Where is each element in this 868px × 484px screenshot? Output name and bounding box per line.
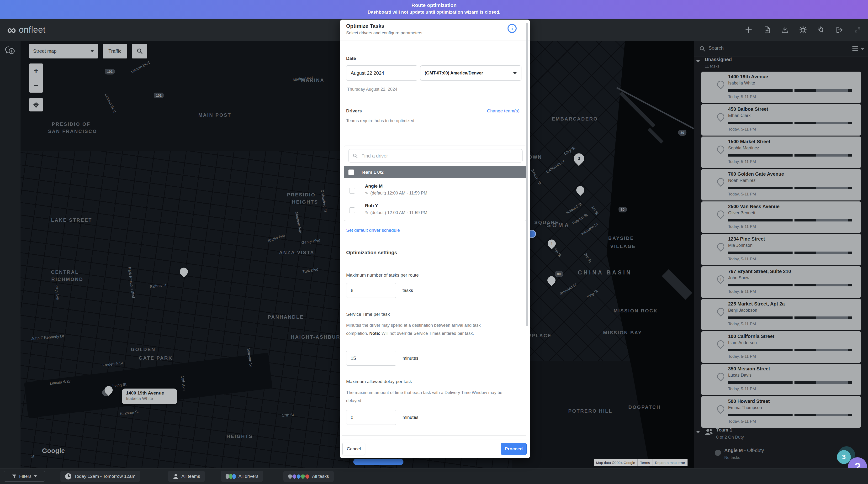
map-search-button[interactable] [132,44,147,59]
task-timeline-bar [728,317,852,319]
filter-bar: Filters Today 12am - Tomorrow 12am All t… [0,468,868,484]
task-recipient: Noah Ramirez [728,178,755,183]
banner-title: Route optimization [0,0,868,8]
task-cluster-pin[interactable]: 3 [574,153,584,164]
task-card[interactable]: 1500 Market Street Sophia Martinez Today… [701,136,861,168]
traffic-toggle-button[interactable]: Traffic [103,44,127,59]
notification-badge[interactable]: 3 [837,450,851,464]
locate-me-button[interactable] [29,98,43,111]
teams-filter[interactable]: All teams [168,471,205,482]
map-layer-select[interactable]: Street map [29,44,98,59]
task-card[interactable]: 100 California Street Liam Anderson Toda… [701,331,861,363]
task-timeline-bar [728,414,852,416]
pencil-icon[interactable]: ✎ [365,191,368,195]
list-view-icon[interactable] [852,46,858,51]
task-address: 225 Market Street, Apt 2a [728,301,785,307]
search-icon [699,45,706,52]
max-delay-input[interactable]: 0 [346,410,396,425]
map-label: VILLAGE [610,244,636,249]
team-group-row[interactable]: Team 1 0/2 [344,166,527,178]
task-card[interactable]: ↑ 767 Bryant Street, Suite 210 John Snow… [701,266,861,298]
integrations-plug-icon[interactable] [817,26,825,34]
google-logo: Google [42,447,65,455]
task-card[interactable]: 1234 Pine Street Mia Johnson Today, 5-11… [701,234,861,265]
task-card[interactable]: 450 Balboa Street Ethan Clark Today, 5-1… [701,104,861,135]
task-pin[interactable] [180,267,188,276]
map-label: PRESIDIO OF [52,122,91,127]
map-label: HEIGHTS [292,199,318,205]
task-card[interactable]: 1400 19th Avenue Isabella White Today, 5… [701,72,861,103]
footer-divider [342,435,526,435]
task-recipient: Sophia Martinez [728,146,759,151]
task-time-window: Today, 5-11 PM [728,127,756,132]
pickup-task-pin[interactable]: ↑ [548,239,556,248]
task-pin[interactable] [548,276,556,284]
task-card[interactable]: 225 Market Street, Apt 2a Benji Jacobson… [701,299,861,330]
task-card[interactable]: 500 Howard Street Emma Thompson Today, 5… [701,396,861,428]
driver-task-count: No tasks [724,455,740,460]
task-timeline-bar [728,154,852,157]
task-pin-icon [717,81,724,88]
chat-add-icon[interactable] [5,46,15,55]
pencil-icon[interactable]: ✎ [365,211,368,215]
change-teams-link[interactable]: Change team(s) [487,108,520,114]
task-pin[interactable] [576,186,584,194]
onfleet-logo[interactable]: ∞ onfleet [7,19,45,41]
timezone-select[interactable]: (GMT-07:00) America/Denver [420,65,521,81]
set-default-schedule-link[interactable]: Set default driver schedule [346,228,400,233]
rail-divider [1,62,19,62]
task-card[interactable]: 700 Golden Gate Avenue Noah Ramirez Toda… [701,169,861,200]
driver-option-row[interactable]: Angie M✎(default) 12:00 AM - 11:59 PM [348,182,523,201]
task-recipient: Ethan Clark [728,113,750,118]
team-checkbox[interactable] [348,169,354,175]
date-range-filter[interactable]: Today 12am - Tomorrow 12am [60,471,140,482]
drivers-section-label: Drivers [346,108,362,114]
brand-name: onfleet [19,25,45,35]
report-map-error-link[interactable]: Report a map error [652,459,687,466]
max-tasks-input[interactable]: 6 [346,283,396,298]
zoom-out-button[interactable]: − [29,78,43,93]
list-view-caret-icon[interactable] [861,48,864,50]
task-card[interactable]: 350 Mission Street Lucas Davis Today, 5-… [701,364,861,395]
task-address: 1500 Market Street [728,139,770,144]
cancel-button[interactable]: Cancel [342,443,365,455]
collapse-caret-icon[interactable] [696,431,700,433]
collapse-caret-icon[interactable] [696,60,700,62]
task-pin-icon [717,211,724,218]
driver-checkbox[interactable] [349,207,355,213]
unassigned-section-header[interactable]: Unassigned 11 tasks [694,57,868,72]
map-zoom-controls: + − [29,63,43,93]
filters-button[interactable]: Filters [4,471,45,482]
map-task-tooltip[interactable]: 1400 19th Avenue Isabella White [122,389,177,404]
driver-option-row[interactable]: Rob Y✎(default) 12:00 AM - 11:59 PM [348,202,523,221]
task-pin[interactable] [104,386,113,394]
terms-link[interactable]: Terms [638,459,652,466]
modal-scrollbar[interactable] [526,23,528,326]
sign-out-icon[interactable] [836,26,843,34]
add-task-icon[interactable] [745,26,752,34]
date-input[interactable]: August 22 2024 [346,65,417,81]
task-timeline-bar [728,187,852,189]
info-icon[interactable]: i [507,24,517,33]
task-card[interactable]: 2500 Van Ness Avenue Oliver Bennett Toda… [701,201,861,233]
service-time-input[interactable]: 15 [346,351,396,366]
locate-icon [33,101,39,108]
sidebar-search-input[interactable]: Search [709,45,723,51]
driver-checkbox[interactable] [349,188,355,194]
zoom-in-button[interactable]: + [29,63,43,78]
drivers-filter[interactable]: All drivers [221,471,263,482]
map-label: PRESIDIO [287,192,316,198]
find-driver-input[interactable]: Find a driver [348,149,523,163]
modal-subtitle: Select drivers and configure parameters. [346,31,424,36]
highway-shield: 101 [154,93,163,98]
export-download-icon[interactable] [781,26,789,34]
tasks-filter[interactable]: All tasks [283,471,334,482]
date-full-text: Thursday August 22, 2024 [347,87,397,92]
map-label: 17th St [282,413,294,418]
task-pin-icon [717,178,724,185]
gear-icon[interactable] [799,26,807,34]
import-tasks-icon[interactable] [763,26,771,34]
map-label: LAKE STREET [51,218,92,223]
proceed-button[interactable]: Proceed [501,443,527,455]
fullscreen-icon[interactable] [854,26,861,34]
